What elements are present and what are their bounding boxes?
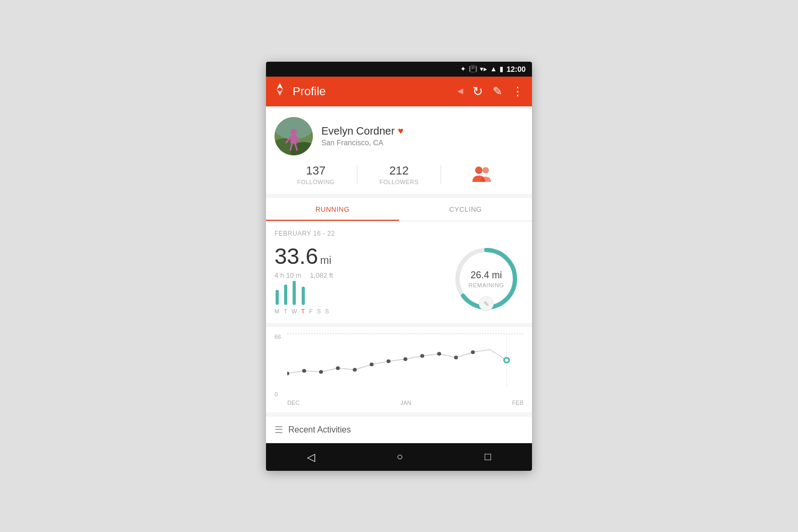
bar-label-t: T: [284, 308, 287, 314]
followers-label: FOLLOWERS: [379, 179, 419, 185]
recent-activities-section: ☰ Recent Activities: [266, 417, 532, 443]
signal-icon: ▲: [490, 65, 497, 73]
app-logo-icon: [272, 82, 287, 101]
bar-w: [293, 281, 296, 305]
recents-button[interactable]: □: [480, 446, 495, 467]
bar-label-t: T: [301, 308, 305, 314]
battery-icon: ▮: [500, 65, 503, 73]
chart-label-jan: JAN: [401, 400, 412, 406]
svg-point-16: [287, 371, 289, 375]
svg-point-19: [336, 366, 339, 370]
tab-running[interactable]: RUNNING: [266, 198, 399, 221]
tabs-header: RUNNING CYCLING: [266, 198, 532, 221]
bars-container: MTWTFSS: [275, 288, 440, 314]
stats-left: 33.6 mi 4 h 10 m 1,082 ft MTWTFSS: [275, 244, 440, 314]
toolbar-title: Profile: [293, 85, 450, 98]
chart-label-dec: DEC: [287, 400, 300, 406]
svg-marker-1: [277, 89, 283, 96]
back-button[interactable]: ◁: [303, 446, 319, 468]
following-label: FOLLOWING: [297, 179, 335, 185]
date-range: FEBRUARY 16 - 22: [275, 230, 523, 237]
bluetooth-icon: ✦: [460, 65, 466, 73]
recent-activities-title: Recent Activities: [288, 425, 351, 435]
distance-main: 33.6 mi: [275, 244, 440, 269]
more-options-button[interactable]: ⋮: [510, 82, 526, 101]
following-stat[interactable]: 137 FOLLOWING: [275, 164, 357, 185]
heart-icon: ♥: [398, 126, 404, 137]
bar-col-m: M: [275, 290, 279, 314]
status-time: 12:00: [506, 65, 526, 73]
profile-name: Evelyn Cordner ♥: [321, 125, 523, 137]
vibrate-icon: 📳: [469, 65, 477, 73]
stats-panel: FEBRUARY 16 - 22 33.6 mi 4 h 10 m 1,082 …: [266, 221, 532, 323]
profile-stats-row: 137 FOLLOWING 212 FOLLOWERS: [275, 164, 523, 185]
svg-point-25: [437, 352, 441, 355]
signal-indicator-icon: ◄: [455, 86, 465, 97]
bar-col-t: T: [284, 285, 287, 314]
tab-cycling[interactable]: CYCLING: [399, 198, 532, 221]
bar-chart: MTWTFSS: [275, 288, 440, 314]
bottom-nav: ◁ ○ □: [266, 443, 532, 471]
svg-point-20: [353, 368, 356, 371]
chart-x-labels: DEC JAN FEB: [275, 400, 523, 406]
svg-point-22: [387, 359, 390, 363]
bar-t: [284, 285, 287, 305]
chart-section: 66 0: [266, 327, 532, 412]
avatar: [275, 117, 313, 155]
wifi-icon: ▾▸: [480, 65, 487, 73]
profile-info: Evelyn Cordner ♥ San Francisco, CA: [321, 125, 523, 147]
chart-y-min: 0: [275, 391, 278, 397]
svg-point-6: [290, 129, 297, 135]
bar-col-t: T: [301, 287, 305, 314]
bar-col-w: W: [292, 281, 297, 314]
status-icons: ✦ 📳 ▾▸ ▲ ▮: [460, 65, 503, 73]
elevation-value: 1,082 ft: [310, 271, 333, 279]
svg-point-18: [319, 370, 323, 373]
stats-content: 33.6 mi 4 h 10 m 1,082 ft MTWTFSS: [275, 244, 523, 314]
home-button[interactable]: ○: [392, 446, 407, 467]
bar-col-s: S: [317, 305, 321, 314]
chart-label-feb: FEB: [512, 400, 523, 406]
circle-progress-wrapper: 26.4 mi REMAINING ✎: [449, 244, 523, 314]
list-icon: ☰: [275, 424, 283, 436]
followers-stat[interactable]: 212 FOLLOWERS: [358, 164, 440, 185]
svg-point-30: [505, 359, 508, 362]
svg-point-24: [420, 354, 424, 358]
distance-sub: 4 h 10 m 1,082 ft: [275, 271, 440, 279]
svg-point-13: [483, 167, 489, 173]
bar-label-m: M: [275, 308, 279, 314]
distance-value: 33.6: [275, 244, 318, 269]
status-bar: ✦ 📳 ▾▸ ▲ ▮ 12:00: [266, 62, 532, 77]
tabs-container: RUNNING CYCLING FEBRUARY 16 - 22 33.6 mi…: [266, 198, 532, 323]
bar-col-s: S: [325, 305, 329, 314]
svg-point-17: [302, 369, 306, 372]
svg-marker-0: [277, 83, 283, 89]
bar-label-f: F: [309, 308, 313, 314]
profile-top: Evelyn Cordner ♥ San Francisco, CA: [275, 117, 523, 155]
remaining-label: REMAINING: [469, 282, 504, 288]
circle-edit-button[interactable]: ✎: [479, 296, 494, 311]
svg-point-23: [403, 357, 407, 361]
svg-point-21: [370, 362, 373, 366]
bar-col-f: F: [309, 305, 313, 314]
svg-point-12: [475, 167, 483, 174]
svg-rect-7: [290, 135, 297, 144]
time-value: 4 h 10 m: [275, 271, 302, 279]
followers-count: 212: [389, 164, 409, 178]
phone-frame: ✦ 📳 ▾▸ ▲ ▮ 12:00 Profile ◄ ↻ ✎ ⋮: [266, 62, 532, 471]
bar-label-s: S: [325, 308, 329, 314]
svg-point-26: [454, 355, 458, 359]
edit-button[interactable]: ✎: [491, 82, 504, 101]
chart-area: 66 0: [275, 334, 523, 397]
distance-unit: mi: [320, 254, 331, 267]
profile-location: San Francisco, CA: [321, 138, 523, 147]
profile-section: Evelyn Cordner ♥ San Francisco, CA 137 F…: [266, 106, 532, 194]
app-toolbar: Profile ◄ ↻ ✎ ⋮: [266, 77, 532, 106]
friends-icon-wrapper[interactable]: [441, 165, 523, 184]
circle-progress: 26.4 mi REMAINING ✎: [452, 244, 521, 313]
friends-icon: [471, 165, 493, 184]
bar-m: [276, 290, 279, 305]
sync-button[interactable]: ↻: [470, 82, 485, 101]
chart-svg: [287, 334, 523, 387]
bar-label-s: S: [317, 308, 321, 314]
